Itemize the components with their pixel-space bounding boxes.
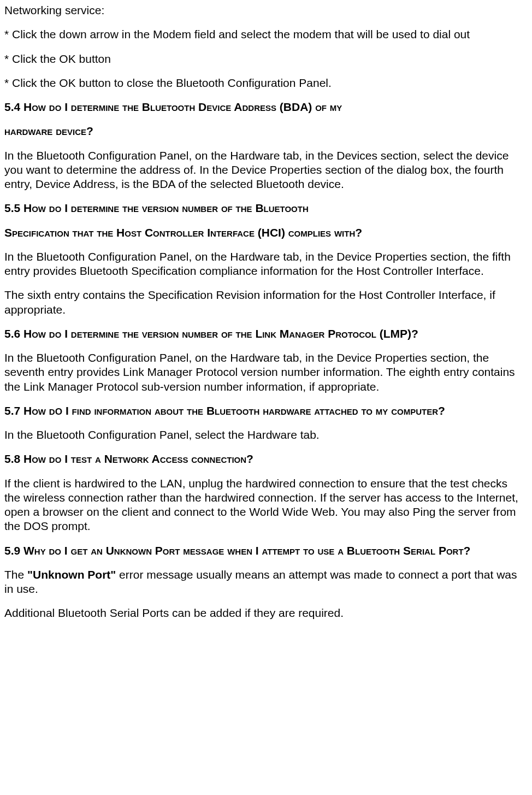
heading-5-5-line2: Specification that the Host Controller I… [4,226,527,240]
paragraph-5-8: If the client is hardwired to the LAN, u… [4,476,527,534]
paragraph-5-7: In the Bluetooth Configuration Panel, se… [4,428,527,442]
heading-5-7-pre: 5.7 How d [4,404,55,417]
unknown-port-bold: "Unknown Port" [27,568,116,581]
heading-5-4-line2: hardware device? [4,124,527,138]
heading-5-8: 5.8 How do I test a Network Access conne… [4,452,527,466]
heading-5-7: 5.7 How do I find information about the … [4,404,527,418]
bullet-modem: * Click the down arrow in the Modem fiel… [4,27,527,42]
bullet-ok2: * Click the OK button to close the Bluet… [4,76,527,90]
heading-5-6: 5.6 How do I determine the version numbe… [4,327,527,341]
paragraph-5-9b: Additional Bluetooth Serial Ports can be… [4,606,527,620]
paragraph-5-6: In the Bluetooth Configuration Panel, on… [4,351,527,394]
heading-5-5-line1: 5.5 How do I determine the version numbe… [4,201,527,215]
paragraph-5-4: In the Bluetooth Configuration Panel, on… [4,149,527,192]
paragraph-5-9a: The "Unknown Port" error message usually… [4,568,527,597]
heading-5-4-line1: 5.4 How do I determine the Bluetooth Dev… [4,100,527,114]
heading-5-7-o: o [55,406,62,417]
bullet-ok1: * Click the OK button [4,52,527,66]
p11a: The [4,568,27,581]
paragraph-5-5b: The sixth entry contains the Specificati… [4,288,527,317]
paragraph-5-5a: In the Bluetooth Configuration Panel, on… [4,250,527,279]
paragraph-networking-service: Networking service: [4,3,527,17]
heading-5-9: 5.9 Why do I get an Unknown Port message… [4,544,527,558]
heading-5-7-post: I find information about the Bluetooth h… [62,404,445,417]
